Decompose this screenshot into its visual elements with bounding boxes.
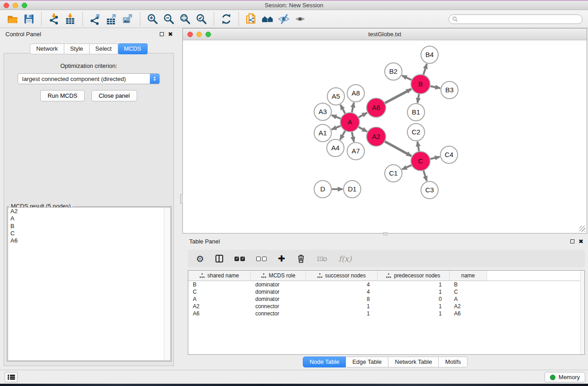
criterion-dropdown[interactable]: largest connected component (directed) ▲… (18, 73, 160, 84)
graph-node-B3[interactable]: B3 (441, 81, 458, 99)
graph-node-B1[interactable]: B1 (407, 104, 425, 121)
tab-select[interactable]: Select (90, 43, 118, 54)
tab-style[interactable]: Style (64, 43, 90, 54)
edge-B-B3[interactable] (430, 86, 440, 88)
graph-node-C3[interactable]: C3 (421, 181, 438, 199)
table-row-A6[interactable]: A6connector11A6 (188, 310, 584, 317)
open-folder-icon[interactable] (5, 12, 21, 26)
network-minimize-button[interactable] (196, 32, 202, 37)
run-mcds-button[interactable]: Run MCDS (40, 90, 85, 101)
add-column-icon[interactable]: ✚ (278, 254, 285, 263)
column-header-predecessor-nodes[interactable]: predecessor nodes (378, 271, 449, 281)
table-row-C[interactable]: Cdominator41C (188, 288, 584, 295)
graph-node-A3[interactable]: A3 (314, 103, 331, 120)
column-header-name[interactable]: name (449, 271, 487, 281)
graph-node-B2[interactable]: B2 (385, 63, 402, 80)
result-item-B[interactable]: B (8, 223, 170, 230)
deselect-all-columns-icon[interactable] (256, 257, 267, 261)
tab-edge-table[interactable]: Edge Table (346, 357, 388, 367)
close-panel-button[interactable]: Close panel (91, 90, 137, 101)
zoom-fit-icon[interactable] (177, 12, 193, 26)
edge-A2-C[interactable] (385, 142, 411, 156)
edge-A-A4[interactable] (340, 131, 345, 140)
table-row-A[interactable]: Adominator80A (188, 295, 584, 303)
column-header-successor-nodes[interactable]: successor nodes (306, 271, 378, 281)
graph-node-D[interactable]: D (314, 181, 331, 198)
network-canvas[interactable]: B4B2BB3A8A5A6A3B1AC2A1A2A4A7C4CC1C3DD1 (183, 40, 586, 233)
table-close-icon[interactable]: ✖ (578, 239, 583, 244)
column-header-MCDS-role[interactable]: MCDS role (251, 271, 306, 281)
table-row-B[interactable]: Bdominator41B (188, 281, 584, 288)
graph-node-C4[interactable]: C4 (440, 146, 458, 163)
edge-B-B1[interactable] (417, 94, 419, 103)
result-scrollbar[interactable] (164, 208, 170, 360)
close-panel-icon[interactable]: ✖ (168, 32, 173, 37)
show-columns-icon[interactable] (215, 255, 223, 262)
resize-grip[interactable] (579, 226, 585, 232)
edge-B-B4[interactable] (423, 64, 426, 75)
import-table-icon[interactable] (62, 12, 78, 26)
graph-node-A6[interactable]: A6 (367, 98, 386, 117)
graph-node-A4[interactable]: A4 (327, 139, 344, 157)
edge-C-C1[interactable] (402, 165, 411, 169)
table-settings-icon[interactable]: ⚙ (196, 254, 204, 263)
refresh-icon[interactable] (218, 12, 234, 26)
tab-network-table[interactable]: Network Table (388, 357, 439, 367)
zoom-in-icon[interactable] (144, 12, 161, 26)
clone-network-icon[interactable] (243, 12, 259, 26)
network-zoom-button[interactable] (206, 32, 211, 37)
split-handle-horizontal[interactable] (383, 232, 387, 235)
graph-node-B4[interactable]: B4 (421, 46, 438, 63)
zoom-selected-icon[interactable] (193, 12, 210, 26)
search-box[interactable] (449, 14, 583, 24)
edge-A-A6[interactable] (359, 113, 367, 117)
eye-icon[interactable] (292, 12, 308, 26)
graph-node-A7[interactable]: A7 (347, 143, 364, 160)
export-table-icon[interactable] (103, 12, 120, 26)
tab-motifs[interactable]: Motifs (439, 357, 468, 367)
select-all-columns-icon[interactable] (234, 257, 245, 261)
edge-C-C4[interactable] (430, 157, 440, 159)
edge-A-A3[interactable] (332, 115, 341, 119)
home-icon[interactable] (259, 12, 276, 26)
search-input[interactable] (458, 16, 579, 22)
export-image-icon[interactable] (120, 12, 136, 26)
edge-A-A2[interactable] (359, 127, 367, 132)
close-window-button[interactable] (4, 3, 9, 8)
graph-node-B[interactable]: B (411, 75, 430, 94)
import-network-icon[interactable] (46, 12, 62, 26)
graph-node-C1[interactable]: C1 (385, 165, 402, 182)
table-float-icon[interactable] (570, 239, 574, 243)
split-handle-vertical[interactable] (180, 194, 183, 204)
zoom-window-button[interactable] (22, 3, 27, 8)
edge-A-A8[interactable] (352, 103, 354, 113)
edge-A6-B[interactable] (385, 89, 411, 103)
network-close-button[interactable] (187, 32, 193, 37)
edge-A-A7[interactable] (352, 132, 354, 142)
delete-column-icon[interactable] (296, 254, 306, 263)
graph-node-D1[interactable]: D1 (344, 181, 361, 198)
graph-node-A2[interactable]: A2 (367, 127, 386, 146)
table-scrollbar[interactable] (580, 271, 584, 354)
edge-C-C3[interactable] (424, 171, 427, 181)
edge-B-B2[interactable] (402, 76, 411, 80)
edge-A-A1[interactable] (331, 126, 340, 129)
tab-node-table[interactable]: Node Table (303, 357, 346, 367)
task-history-button[interactable] (5, 372, 18, 382)
column-header-shared-name[interactable]: shared name (188, 271, 251, 281)
result-item-A6[interactable]: A6 (8, 237, 170, 244)
tab-mcds[interactable]: MCDS (118, 43, 148, 54)
graph-node-C2[interactable]: C2 (407, 124, 425, 141)
graph-node-A5[interactable]: A5 (327, 88, 344, 105)
hide-eye-icon[interactable] (276, 12, 292, 26)
graph-node-A8[interactable]: A8 (347, 85, 364, 102)
graph-node-A[interactable]: A (340, 113, 359, 132)
edge-A-A5[interactable] (340, 105, 345, 113)
export-network-icon[interactable] (87, 12, 103, 26)
float-panel-icon[interactable] (160, 32, 164, 36)
result-item-C[interactable]: C (8, 230, 170, 237)
tab-network[interactable]: Network (30, 43, 64, 54)
save-icon[interactable] (21, 12, 37, 26)
table-row-A2[interactable]: A2connector11A2 (188, 303, 584, 310)
graph-node-C[interactable]: C (411, 152, 430, 171)
